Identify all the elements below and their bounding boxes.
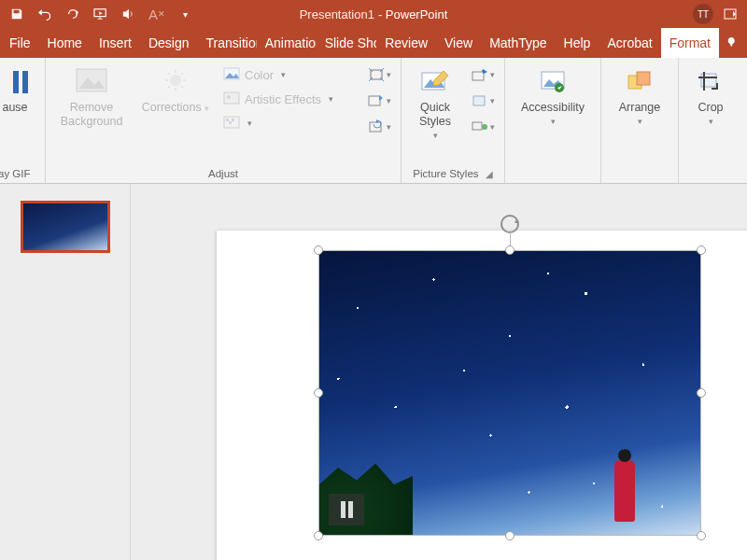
quick-styles-button[interactable]: Quick Styles ▾	[407, 62, 463, 140]
accessibility-button[interactable]: Accessibility ▾	[511, 62, 595, 126]
resize-handle-sw[interactable]	[314, 531, 323, 540]
titlebar: A✕ ▾ Presentation1 - PowerPoint TT	[0, 0, 747, 28]
resize-handle-se[interactable]	[697, 531, 706, 540]
picture-effects-button[interactable]: ▾	[467, 90, 499, 112]
slide-canvas[interactable]	[131, 184, 747, 560]
crop-button[interactable]: Crop ▾	[684, 62, 737, 126]
svg-rect-21	[232, 119, 234, 121]
group-picture-styles: Quick Styles ▾ ▾ ▾ ▾ Picture Styles ◢	[402, 58, 505, 183]
volume-icon[interactable]	[121, 7, 136, 21]
group-adjust: Remove Background Corrections ▾ Color▾	[46, 58, 402, 183]
svg-rect-36	[637, 72, 650, 85]
dialog-launcher-icon[interactable]: ◢	[486, 169, 493, 179]
svg-rect-30	[472, 122, 482, 130]
transparency-icon	[223, 115, 240, 132]
resize-handle-ne[interactable]	[697, 245, 706, 255]
qat-more-icon[interactable]: ▾	[177, 7, 192, 21]
gif-pause-overlay[interactable]	[329, 494, 364, 525]
group-arrange: Arrange ▾	[601, 58, 679, 183]
resize-handle-w[interactable]	[314, 388, 323, 398]
quick-styles-icon	[418, 65, 452, 99]
change-picture-button[interactable]: ▾	[363, 90, 395, 112]
svg-point-31	[482, 124, 487, 130]
tab-mathtype[interactable]: MathType	[481, 28, 555, 58]
window-title: Presentation1 - PowerPoint	[300, 7, 448, 21]
svg-line-14	[181, 73, 183, 75]
svg-rect-3	[22, 71, 28, 93]
adjust-mini-stack: ▾ ▾ ▾	[363, 62, 395, 138]
group-accessibility: Accessibility ▾	[505, 58, 601, 183]
color-button: Color▾	[219, 63, 359, 86]
tab-animations[interactable]: Animations	[257, 28, 317, 58]
svg-line-13	[168, 86, 170, 88]
svg-rect-2	[13, 71, 19, 93]
save-icon[interactable]	[9, 7, 24, 21]
svg-rect-17	[224, 92, 239, 104]
resize-handle-n[interactable]	[505, 245, 514, 255]
pause-icon	[4, 65, 37, 99]
tab-insert[interactable]: Insert	[91, 28, 140, 58]
picture-content	[319, 251, 700, 535]
redo-icon[interactable]	[65, 7, 80, 21]
svg-line-12	[181, 86, 183, 88]
slide-thumbnail-1[interactable]	[21, 201, 110, 253]
tab-file[interactable]: File	[0, 28, 39, 58]
picture-layout-button[interactable]: ▾	[467, 116, 499, 138]
rotate-connector	[510, 231, 511, 245]
ribbon: ause ay GIF Remove Background Correction…	[0, 58, 747, 184]
resize-handle-e[interactable]	[697, 388, 706, 398]
figure-graphic	[614, 460, 635, 522]
color-icon	[223, 66, 240, 83]
undo-icon[interactable]	[37, 7, 52, 21]
tab-help[interactable]: Help	[556, 28, 599, 58]
picture-border-button[interactable]: ▾	[467, 63, 499, 86]
svg-rect-29	[473, 96, 485, 105]
arrange-icon	[623, 65, 656, 99]
arrange-button[interactable]: Arrange ▾	[607, 62, 672, 126]
tab-acrobat[interactable]: Acrobat	[599, 28, 660, 58]
svg-rect-20	[226, 119, 229, 121]
svg-rect-22	[229, 121, 232, 124]
picture-styles-mini: ▾ ▾ ▾	[467, 62, 499, 138]
font-clear-icon[interactable]: A✕	[149, 7, 164, 21]
svg-line-11	[168, 73, 170, 75]
svg-point-6	[170, 75, 181, 86]
app-name: - PowerPoint	[378, 7, 447, 21]
adjust-small-stack: Color▾ Artistic Effects▾ ▾	[219, 62, 359, 134]
quick-access-toolbar: A✕ ▾	[0, 7, 192, 21]
tab-view[interactable]: View	[436, 28, 481, 58]
tab-review[interactable]: Review	[376, 28, 436, 58]
selected-picture[interactable]	[319, 251, 700, 535]
svg-rect-28	[472, 72, 484, 80]
slideshow-icon[interactable]	[93, 7, 108, 21]
slide-thumbnail-pane[interactable]	[0, 184, 131, 560]
svg-rect-24	[369, 96, 380, 105]
titlebar-right: TT	[693, 4, 738, 24]
group-play-gif: ause ay GIF	[0, 58, 46, 183]
document-name: Presentation1	[300, 7, 374, 21]
pause-button[interactable]: ause	[2, 62, 39, 115]
reset-picture-button[interactable]: ▾	[363, 116, 395, 138]
resize-handle-nw[interactable]	[314, 245, 323, 255]
tab-slideshow[interactable]: Slide Show	[317, 28, 377, 58]
user-avatar[interactable]: TT	[693, 4, 713, 24]
resize-handle-s[interactable]	[505, 531, 514, 540]
remove-background-button: Remove Background	[51, 62, 132, 129]
tab-design[interactable]: Design	[140, 28, 198, 58]
tab-home[interactable]: Home	[39, 28, 91, 58]
transparency-button: ▾	[219, 112, 359, 134]
ribbon-display-icon[interactable]	[723, 7, 738, 21]
tab-format[interactable]: Format	[661, 28, 719, 58]
compress-pictures-button[interactable]: ▾	[363, 63, 395, 86]
work-area	[0, 184, 747, 560]
ribbon-tabs: File Home Insert Design Transitions Anim…	[0, 28, 747, 58]
tab-transitions[interactable]: Transitions	[198, 28, 257, 58]
svg-point-18	[227, 95, 231, 99]
crop-icon	[694, 65, 727, 99]
tell-me-icon[interactable]	[719, 28, 747, 58]
corrections-button: Corrections ▾	[135, 62, 216, 115]
artistic-effects-button: Artistic Effects▾	[219, 88, 359, 110]
group-size: Crop ▾	[679, 58, 742, 183]
remove-background-icon	[75, 65, 108, 99]
corrections-icon	[159, 65, 192, 99]
